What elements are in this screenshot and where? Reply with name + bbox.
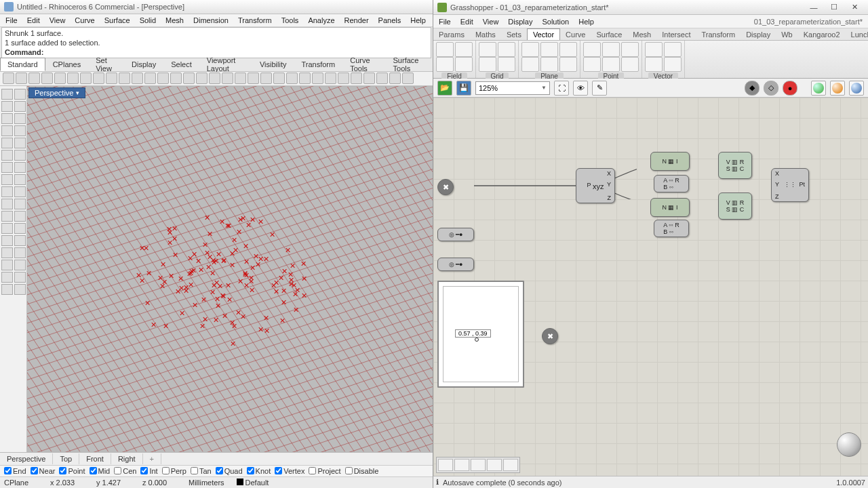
ribbon-tab[interactable]: Sets xyxy=(501,29,527,40)
toolbar-icon[interactable] xyxy=(54,73,66,84)
side-tool-icon[interactable] xyxy=(1,113,13,124)
viewport-bottom-tabs[interactable]: PerspectiveTopFrontRight+ xyxy=(0,452,433,465)
mini-icon[interactable] xyxy=(471,459,486,471)
menu-view[interactable]: View xyxy=(45,15,70,26)
toolbar-icon[interactable] xyxy=(28,73,40,84)
toolbar-icon[interactable] xyxy=(67,73,79,84)
menu-help[interactable]: Help xyxy=(574,16,598,27)
ribbon-icon[interactable] xyxy=(602,42,620,57)
side-tool-icon[interactable] xyxy=(1,260,13,270)
osnap-vertex[interactable]: Vertex xyxy=(275,467,304,475)
toolbar-icon[interactable] xyxy=(157,73,169,84)
side-tool-icon[interactable] xyxy=(1,150,13,161)
osnap-point[interactable]: Point xyxy=(59,467,85,475)
toolbar-icon[interactable] xyxy=(376,73,388,84)
toolbar-icon[interactable] xyxy=(299,73,311,84)
ribbon-icon[interactable] xyxy=(479,42,496,57)
menu-solid[interactable]: Solid xyxy=(136,15,160,26)
osnap-bar[interactable]: EndNearPointMidCenIntPerpTanQuadKnotVert… xyxy=(0,465,433,476)
ribbon-icon[interactable] xyxy=(498,57,515,72)
side-tool-icon[interactable] xyxy=(14,223,26,234)
gh-menubar[interactable]: FileEditViewDisplaySolutionHelp01_03_rep… xyxy=(433,15,868,28)
ribbon-icon[interactable] xyxy=(540,57,558,72)
side-tool-icon[interactable] xyxy=(1,272,13,283)
side-tool-icon[interactable] xyxy=(14,150,26,161)
add-view-tab[interactable]: + xyxy=(143,453,161,464)
toolbar-icon[interactable] xyxy=(248,73,259,84)
ribbon-icon[interactable] xyxy=(559,57,577,72)
gh-node-remap-a[interactable]: V ▥ RS ▥ C xyxy=(718,152,752,179)
toolbar-tab[interactable]: Transform xyxy=(294,58,342,71)
menu-display[interactable]: Display xyxy=(504,16,536,27)
gh-quick-toolbar[interactable]: 📂 💾 125% ▼ ⛶ 👁 ✎ ◆ ◇ ● xyxy=(433,79,868,98)
osnap-near[interactable]: Near xyxy=(31,467,56,475)
toolbar-icon[interactable] xyxy=(389,73,401,84)
gh-node-param[interactable]: ✖ xyxy=(437,179,454,195)
menu-file[interactable]: File xyxy=(1,15,22,26)
gh-node-param2[interactable]: ✖ xyxy=(542,328,558,344)
ribbon-tab[interactable]: Transform xyxy=(696,29,741,40)
blue-sphere-icon[interactable] xyxy=(849,81,864,96)
side-tool-icon[interactable] xyxy=(14,186,26,197)
ribbon-icon[interactable] xyxy=(498,42,515,57)
gh-node-slider-b[interactable]: ◎ ━● xyxy=(437,258,474,271)
ribbon-tab[interactable]: Intersect xyxy=(656,29,696,40)
view-tab[interactable]: Front xyxy=(79,453,111,464)
toolbar-tab[interactable]: Visibility xyxy=(252,58,294,71)
mini-icon[interactable] xyxy=(454,459,469,471)
zoom-extents-icon[interactable]: ⛶ xyxy=(554,81,569,96)
toolbar-icon[interactable] xyxy=(41,73,53,84)
toolbar-tab[interactable]: CPlanes xyxy=(45,58,89,71)
sketch-icon[interactable]: ✎ xyxy=(592,81,607,96)
ribbon-tab[interactable]: Surface xyxy=(591,29,627,40)
ribbon-icon[interactable] xyxy=(521,42,539,57)
save-file-icon[interactable]: 💾 xyxy=(456,81,471,96)
toolbar-icon[interactable] xyxy=(183,73,195,84)
toolbar-icon[interactable] xyxy=(351,73,362,84)
side-tool-icon[interactable] xyxy=(1,138,13,148)
toolbar-tab[interactable]: Display xyxy=(124,58,163,71)
side-tool-icon[interactable] xyxy=(14,101,26,112)
side-tool-icon[interactable] xyxy=(14,284,26,295)
minimize-button[interactable]: — xyxy=(804,1,823,14)
gh-node-op-a[interactable]: A ◦◦ RB ◦◦ xyxy=(654,175,689,192)
menu-analyze[interactable]: Analyze xyxy=(304,15,338,26)
maximize-button[interactable]: ☐ xyxy=(825,1,844,14)
side-tool-icon[interactable] xyxy=(14,162,26,173)
ribbon-tab[interactable]: LunchBox xyxy=(846,29,868,40)
rhino-viewport[interactable]: ✕✕✕✕✕✕✕✕✕✕✕✕✕✕✕✕✕✕✕✕✕✕✕✕✕✕✕✕✕✕✕✕✕✕✕✕✕✕✕✕… xyxy=(27,86,433,452)
green-sphere-icon[interactable] xyxy=(811,81,826,96)
ribbon-icon[interactable] xyxy=(479,57,496,72)
toolbar-icon[interactable] xyxy=(119,73,130,84)
ribbon-icon[interactable] xyxy=(664,42,682,57)
toolbar-icon[interactable] xyxy=(132,73,143,84)
osnap-mid[interactable]: Mid xyxy=(90,467,111,475)
toolbar-icon[interactable] xyxy=(196,73,208,84)
rhino-toolbar-tabs[interactable]: StandardCPlanesSet ViewDisplaySelectView… xyxy=(0,58,433,72)
gh-node-md-slider[interactable]: 0.57 , 0.39 xyxy=(437,281,524,388)
rhino-side-toolbar[interactable] xyxy=(0,86,27,452)
side-tool-icon[interactable] xyxy=(1,211,13,222)
toolbar-icon[interactable] xyxy=(144,73,156,84)
menu-transform[interactable]: Transform xyxy=(234,15,276,26)
toolbar-icon[interactable] xyxy=(209,73,220,84)
menu-help[interactable]: Help xyxy=(406,15,430,26)
toolbar-icon[interactable] xyxy=(338,73,349,84)
preview-icon[interactable]: 👁 xyxy=(573,81,588,96)
ribbon-tab[interactable]: Mesh xyxy=(627,29,656,40)
orange-sphere-icon[interactable] xyxy=(830,81,845,96)
ribbon-tab[interactable]: Params xyxy=(433,29,470,40)
toolbar-tab[interactable]: Standard xyxy=(0,58,45,71)
toolbar-icon[interactable] xyxy=(273,73,285,84)
ribbon-tab[interactable]: Curve xyxy=(560,29,591,40)
side-tool-icon[interactable] xyxy=(14,235,26,246)
side-tool-icon[interactable] xyxy=(14,272,26,283)
toolbar-icon[interactable] xyxy=(170,73,182,84)
osnap-tan[interactable]: Tan xyxy=(191,467,212,475)
side-tool-icon[interactable] xyxy=(1,223,13,234)
toolbar-icon[interactable] xyxy=(222,73,233,84)
zoom-combo[interactable]: 125% ▼ xyxy=(475,81,550,95)
toolbar-icon[interactable] xyxy=(260,73,272,84)
ribbon-icon[interactable] xyxy=(621,57,639,72)
side-tool-icon[interactable] xyxy=(14,199,26,209)
